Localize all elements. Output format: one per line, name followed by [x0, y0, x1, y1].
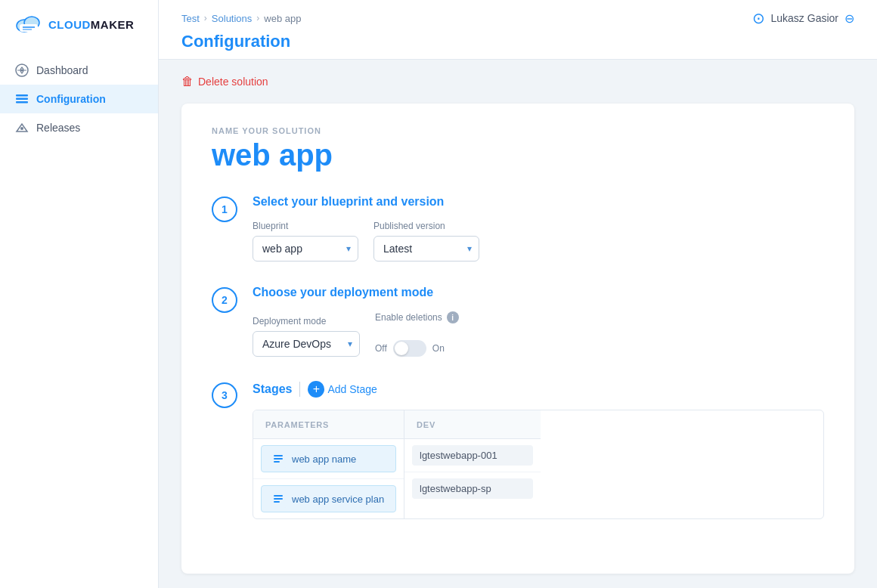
sidebar-item-configuration-label: Configuration	[36, 93, 106, 105]
dev-value-1: lgtestwebapp-sp	[412, 478, 533, 499]
logo-icon	[15, 14, 42, 35]
param-row-1: web app service plan	[253, 479, 404, 518]
enable-deletions-toggle[interactable]	[393, 340, 426, 357]
param-icon-0	[269, 450, 287, 468]
toggle-row: Off On	[375, 340, 459, 357]
svg-rect-11	[274, 455, 283, 456]
step-1-circle: 1	[212, 197, 237, 222]
dev-row-0: lgtestwebapp-001	[404, 439, 541, 472]
dev-row-1: lgtestwebapp-sp	[404, 472, 541, 505]
breadcrumb-current: web app	[264, 13, 301, 24]
breadcrumb-sep-2: ›	[256, 13, 259, 23]
stages-header: Stages + Add Stage	[253, 381, 824, 398]
svg-rect-13	[274, 461, 280, 463]
logo: CLOUDMAKER	[0, 0, 158, 48]
step-2: 2 Choose your deployment mode Deployment…	[212, 286, 824, 357]
svg-rect-2	[20, 24, 38, 32]
header: Test › Solutions › web app ⊙ Lukasz Gasi…	[159, 0, 877, 60]
add-stage-plus-icon: +	[308, 381, 324, 398]
deployment-mode-label: Deployment mode	[253, 316, 360, 326]
dev-value-0: lgtestwebapp-001	[412, 445, 533, 466]
config-card: NAME YOUR SOLUTION web app 1 Select your…	[181, 104, 854, 574]
configuration-icon	[15, 92, 29, 106]
page-title: Configuration	[181, 32, 290, 51]
blueprint-select[interactable]: web app	[253, 236, 358, 262]
stages-divider	[299, 382, 300, 397]
version-select[interactable]: Latest	[373, 236, 479, 262]
param-label-0: web app name	[292, 453, 356, 465]
param-label-1: web app service plan	[292, 494, 384, 505]
delete-solution-button[interactable]: 🗑 Delete solution	[181, 75, 268, 88]
dashboard-icon	[15, 63, 29, 77]
sidebar: CLOUDMAKER Dashboard Confi	[0, 0, 159, 588]
user-avatar-icon: ⊙	[752, 9, 765, 27]
toggle-thumb	[395, 342, 408, 355]
deployment-mode-select-wrapper: Azure DevOps ▾	[253, 331, 360, 357]
sidebar-item-releases[interactable]: Releases	[0, 113, 158, 142]
stage-table: PARAMETERS	[253, 410, 824, 519]
step-3-circle: 3	[212, 382, 237, 408]
releases-icon	[15, 121, 29, 135]
content: 🗑 Delete solution NAME YOUR SOLUTION web…	[159, 60, 877, 588]
step-3: 3 Stages + Add Stage	[212, 381, 824, 519]
add-stage-button[interactable]: + Add Stage	[308, 381, 377, 398]
sidebar-item-dashboard[interactable]: Dashboard	[0, 56, 158, 85]
sidebar-item-releases-label: Releases	[36, 122, 80, 134]
blueprint-label: Blueprint	[253, 221, 358, 231]
breadcrumb-test[interactable]: Test	[181, 13, 200, 24]
svg-rect-16	[274, 501, 280, 503]
trash-icon: 🗑	[181, 75, 194, 88]
param-icon-1	[269, 490, 287, 508]
svg-rect-14	[274, 495, 283, 497]
info-icon[interactable]: i	[447, 311, 459, 323]
param-row-0: web app name	[253, 439, 404, 479]
svg-rect-12	[274, 458, 283, 460]
user-name: Lukasz Gasior	[771, 12, 838, 24]
toggle-on-label: On	[432, 343, 445, 354]
solution-label: NAME YOUR SOLUTION	[212, 126, 824, 135]
dev-column: DEV lgtestwebapp-001 lgtestwebapp-sp	[404, 410, 541, 518]
step-2-form: Deployment mode Azure DevOps ▾ Enable de…	[253, 311, 824, 357]
blueprint-group: Blueprint web app ▾	[253, 221, 358, 262]
step-2-circle: 2	[212, 287, 237, 313]
header-row: Configuration	[181, 32, 854, 59]
nav: Dashboard Configuration Releases	[0, 48, 158, 150]
main: Test › Solutions › web app ⊙ Lukasz Gasi…	[159, 0, 877, 588]
version-group: Published version Latest ▾	[373, 221, 479, 262]
user-area[interactable]: ⊙ Lukasz Gasior ⊖	[752, 9, 854, 27]
toggle-off-label: Off	[375, 343, 387, 354]
svg-rect-9	[16, 101, 28, 104]
dev-header: DEV	[404, 410, 541, 439]
enable-deletions-label: Enable deletions	[375, 312, 442, 323]
step-2-title: Choose your deployment mode	[253, 286, 824, 299]
svg-rect-7	[16, 94, 28, 97]
breadcrumb: Test › Solutions › web app ⊙ Lukasz Gasi…	[181, 0, 854, 32]
step-3-content: Stages + Add Stage PARAMETERS	[253, 381, 824, 519]
deployment-mode-group: Deployment mode Azure DevOps ▾	[253, 316, 360, 357]
step-1-form: Blueprint web app ▾ Published version	[253, 221, 824, 262]
stages-title: Stages	[253, 382, 292, 396]
breadcrumb-solutions[interactable]: Solutions	[212, 13, 252, 24]
svg-rect-15	[274, 498, 283, 500]
logo-text: CLOUDMAKER	[48, 18, 134, 31]
logout-icon[interactable]: ⊖	[844, 11, 854, 26]
param-tag-1: web app service plan	[261, 485, 396, 512]
sidebar-item-dashboard-label: Dashboard	[36, 64, 88, 76]
step-1-title: Select your blueprint and version	[253, 195, 824, 209]
solution-name: web app	[212, 138, 824, 172]
svg-rect-8	[16, 98, 28, 101]
params-header: PARAMETERS	[253, 410, 404, 439]
step-1-content: Select your blueprint and version Bluepr…	[253, 195, 824, 262]
add-stage-label: Add Stage	[327, 383, 377, 395]
blueprint-select-wrapper: web app ▾	[253, 236, 358, 262]
params-column: PARAMETERS	[253, 410, 404, 518]
version-select-wrapper: Latest ▾	[373, 236, 479, 262]
step-1: 1 Select your blueprint and version Blue…	[212, 195, 824, 262]
param-tag-0: web app name	[261, 445, 396, 472]
sidebar-item-configuration[interactable]: Configuration	[0, 85, 158, 113]
breadcrumb-sep-1: ›	[204, 13, 207, 23]
step-2-content: Choose your deployment mode Deployment m…	[253, 286, 824, 357]
svg-point-10	[20, 127, 23, 130]
deployment-mode-select[interactable]: Azure DevOps	[253, 331, 360, 357]
delete-solution-label: Delete solution	[198, 76, 268, 88]
